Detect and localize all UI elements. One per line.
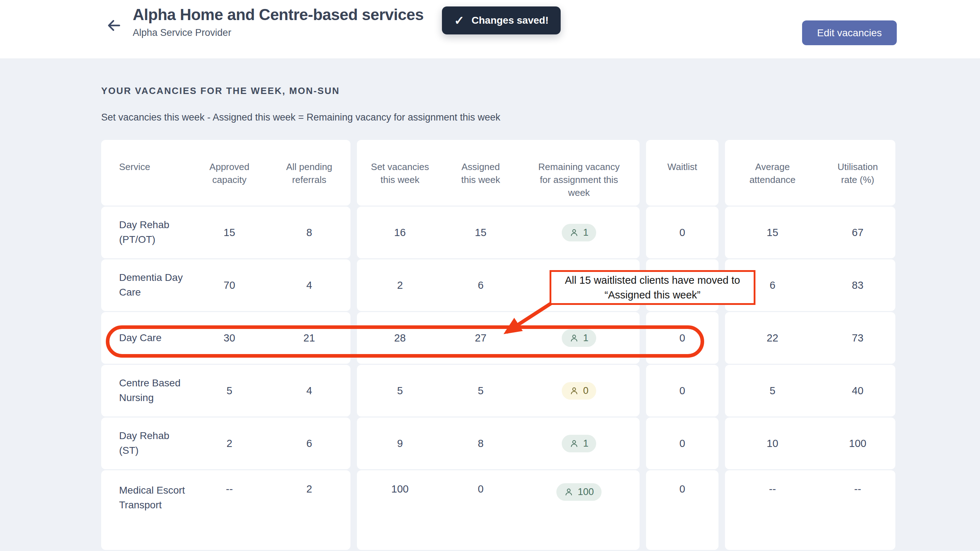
table-row: 0 bbox=[646, 365, 719, 416]
back-arrow-icon bbox=[106, 18, 122, 33]
badge-value: 0 bbox=[583, 385, 588, 397]
column-header: Assignedthis week bbox=[443, 161, 518, 186]
column-header: Remaining vacancyfor assignment thisweek bbox=[518, 161, 640, 199]
cell-utilisation-rate: 100 bbox=[820, 438, 895, 449]
column-headers: Set vacanciesthis weekAssignedthis weekR… bbox=[357, 140, 640, 205]
badge-value: 1 bbox=[583, 438, 588, 449]
column-header: Approvedcapacity bbox=[191, 161, 268, 186]
table-row: Centre Based Nursing54 bbox=[101, 365, 350, 416]
toast-message: Changes saved! bbox=[472, 15, 549, 26]
cell-assigned: 5 bbox=[443, 385, 518, 397]
person-icon bbox=[569, 439, 579, 448]
person-icon bbox=[564, 487, 574, 497]
cell-utilisation-rate: -- bbox=[820, 483, 895, 495]
person-icon bbox=[569, 228, 579, 237]
cell-approved-capacity: 2 bbox=[191, 438, 268, 449]
column-header: Utilisationrate (%) bbox=[820, 161, 895, 186]
remaining-vacancy-badge: 0 bbox=[562, 382, 596, 400]
cell-waitlist: 0 bbox=[646, 483, 719, 495]
cell-average-attendance: -- bbox=[725, 483, 820, 495]
cell-set-vacancies: 100 bbox=[357, 483, 443, 495]
cell-approved-capacity: 30 bbox=[191, 332, 268, 344]
annotation-line1: All 15 waitlisted clients have moved to bbox=[551, 273, 754, 287]
cell-assigned: 27 bbox=[443, 332, 518, 344]
cell-assigned: 6 bbox=[443, 279, 518, 291]
person-icon bbox=[569, 333, 579, 343]
table-row: Day Rehab (ST)26 bbox=[101, 417, 350, 469]
card-group-3: Waitlist00000 bbox=[646, 140, 719, 550]
table-row: 1000100 bbox=[357, 470, 640, 550]
column-headers: Waitlist bbox=[646, 140, 719, 205]
back-button[interactable] bbox=[103, 15, 125, 37]
cell-approved-capacity: 15 bbox=[191, 227, 268, 239]
cell-all-pending-referrals: 4 bbox=[268, 385, 350, 397]
card-group-2: Set vacanciesthis weekAssignedthis weekR… bbox=[357, 140, 640, 550]
cell-service: Day Care bbox=[101, 331, 191, 346]
table-row: 540 bbox=[725, 365, 895, 416]
cell-waitlist: 0 bbox=[646, 385, 719, 397]
remaining-vacancy-badge: 100 bbox=[556, 483, 601, 501]
cell-all-pending-referrals: 6 bbox=[268, 438, 350, 449]
table-row: 2273 bbox=[725, 312, 895, 364]
cell-all-pending-referrals: 8 bbox=[268, 227, 350, 239]
cell-remaining: 100 bbox=[518, 483, 640, 501]
edit-vacancies-button[interactable]: Edit vacancies bbox=[802, 21, 897, 45]
remaining-vacancy-badge: 1 bbox=[562, 435, 596, 452]
column-header: Averageattendance bbox=[725, 161, 820, 186]
section-heading: YOUR VACANCIES FOR THE WEEK, MON-SUN bbox=[101, 85, 340, 97]
cell-waitlist: 0 bbox=[646, 332, 719, 344]
cell-assigned: 8 bbox=[443, 438, 518, 449]
cell-service: Day Rehab (ST) bbox=[101, 429, 191, 458]
column-header: Waitlist bbox=[646, 161, 719, 174]
page-subtitle: Alpha Service Provider bbox=[133, 27, 424, 38]
cell-set-vacancies: 2 bbox=[357, 279, 443, 291]
table-row: 1567 bbox=[725, 207, 895, 258]
table-row: 28271 bbox=[357, 312, 640, 364]
annotation-line2: “Assigned this week” bbox=[551, 288, 754, 302]
badge-value: 1 bbox=[583, 227, 588, 238]
table-row: 10100 bbox=[725, 417, 895, 469]
table-row: 550 bbox=[357, 365, 640, 416]
cell-average-attendance: 10 bbox=[725, 438, 820, 449]
page: Alpha Home and Centre-based services Alp… bbox=[0, 0, 980, 551]
page-title: Alpha Home and Centre-based services bbox=[133, 6, 424, 24]
cell-utilisation-rate: 40 bbox=[820, 385, 895, 397]
badge-value: 1 bbox=[583, 333, 588, 344]
cell-assigned: 0 bbox=[443, 483, 518, 495]
cell-set-vacancies: 16 bbox=[357, 227, 443, 239]
vacancies-table: ServiceApprovedcapacityAll pendingreferr… bbox=[101, 140, 895, 550]
column-header: Service bbox=[101, 161, 191, 174]
cell-utilisation-rate: 83 bbox=[820, 279, 895, 291]
table-row: 0 bbox=[646, 207, 719, 258]
cell-remaining: 1 bbox=[518, 435, 640, 452]
toast-changes-saved: ✓ Changes saved! bbox=[442, 6, 561, 34]
column-header: Set vacanciesthis week bbox=[357, 161, 443, 186]
table-row: Day Rehab (PT/OT)158 bbox=[101, 207, 350, 258]
table-row: 0 bbox=[646, 312, 719, 364]
cell-average-attendance: 5 bbox=[725, 385, 820, 397]
cell-approved-capacity: 5 bbox=[191, 385, 268, 397]
table-row: 16151 bbox=[357, 207, 640, 258]
cell-service: Day Rehab (PT/OT) bbox=[101, 218, 191, 247]
cell-average-attendance: 15 bbox=[725, 227, 820, 239]
cell-remaining: 1 bbox=[518, 329, 640, 347]
table-row: Dementia Day Care704 bbox=[101, 260, 350, 311]
table-row: Day Care3021 bbox=[101, 312, 350, 364]
formula-text: Set vacancies this week - Assigned this … bbox=[101, 112, 500, 123]
cell-utilisation-rate: 73 bbox=[820, 332, 895, 344]
cell-set-vacancies: 9 bbox=[357, 438, 443, 449]
badge-value: 100 bbox=[578, 486, 593, 498]
check-icon: ✓ bbox=[454, 14, 465, 27]
cell-average-attendance: 22 bbox=[725, 332, 820, 344]
cell-all-pending-referrals: 2 bbox=[268, 483, 350, 495]
card-group-1: ServiceApprovedcapacityAll pendingreferr… bbox=[101, 140, 350, 550]
column-headers: ServiceApprovedcapacityAll pendingreferr… bbox=[101, 140, 350, 205]
table-row: ---- bbox=[725, 470, 895, 550]
column-headers: AverageattendanceUtilisationrate (%) bbox=[725, 140, 895, 205]
cell-all-pending-referrals: 4 bbox=[268, 279, 350, 291]
cell-service: Centre Based Nursing bbox=[101, 376, 191, 405]
cell-all-pending-referrals: 21 bbox=[268, 332, 350, 344]
card-group-4: AverageattendanceUtilisationrate (%)1567… bbox=[725, 140, 895, 550]
cell-assigned: 15 bbox=[443, 227, 518, 239]
cell-service: Dementia Day Care bbox=[101, 271, 191, 299]
